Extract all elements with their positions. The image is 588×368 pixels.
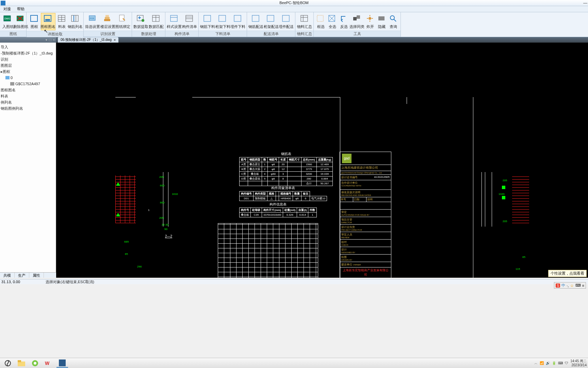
info-table-caption: 构件信息表: [239, 202, 317, 208]
tray-shield-icon[interactable]: 🛡: [565, 361, 568, 365]
tree-node-code[interactable]: G$C1752A497: [1, 81, 55, 87]
svg-point-22: [142, 19, 144, 22]
start-button[interactable]: [2, 359, 14, 368]
frame-button[interactable]: 图框: [28, 13, 41, 30]
tree-node-frame-name[interactable]: 图框图名: [1, 87, 55, 93]
frame-line: [192, 97, 340, 97]
floor-setting-button[interactable]: 楼层设置: [100, 13, 115, 30]
ime-emoji-icon[interactable]: ☺: [570, 283, 574, 288]
ribbon-group-component: 构件清单: [165, 31, 198, 37]
import-drawing-button[interactable]: DWG入图纸: [1, 13, 14, 30]
dimension: 205: [159, 216, 164, 219]
dimension: 85: [125, 252, 128, 256]
svg-rect-26: [170, 15, 177, 21]
filter-setting-button[interactable]: PCB筛选设置: [85, 13, 100, 30]
frame-name-button[interactable]: 图框图名: [41, 13, 55, 30]
rebar-cut-button[interactable]: 钢筋下料: [200, 13, 215, 30]
svg-rect-49: [18, 360, 21, 362]
browser-icon[interactable]: [29, 359, 41, 368]
data-match-button[interactable]: 数据匹配: [149, 13, 164, 30]
svg-rect-28: [186, 15, 193, 21]
wps-icon[interactable]: W: [43, 359, 54, 368]
settings-hint[interactable]: 个性设置，点我看看: [548, 270, 587, 277]
tree-node-import[interactable]: 导入: [1, 44, 55, 50]
explode-button[interactable]: 炸开: [364, 13, 376, 30]
panel-dropdown-icon[interactable]: ▾: [46, 38, 47, 42]
menu-docking[interactable]: 对接: [3, 6, 11, 12]
dimension: 290: [137, 265, 142, 268]
embed-delivery-button[interactable]: 埋件配送: [279, 13, 294, 30]
tree-node-rebar-column[interactable]: 钢筋图例列名: [1, 105, 55, 111]
side-tab-production[interactable]: 生产: [15, 273, 29, 278]
dimension: 85: [522, 256, 525, 259]
select-same-button[interactable]: 选择同类: [350, 13, 365, 30]
tree-node-file[interactable]: -预制楼板详图-2F（1）_t3.dwg: [1, 50, 55, 56]
coordinates: 31.13, 0.00: [1, 280, 46, 284]
material-summary-button[interactable]: 物料汇总: [297, 13, 312, 30]
ime-toolbar[interactable]: S 中 ·, ☺ ⌨ ≡: [554, 282, 586, 289]
minimize-button[interactable]: —: [583, 1, 587, 5]
rebar-column-button[interactable]: 钢筋列名: [68, 13, 82, 30]
tray-battery-icon[interactable]: 🔋: [552, 361, 556, 365]
panel-header[interactable]: ▾ ⬚ ×: [0, 37, 56, 43]
select-all-button[interactable]: 全选: [327, 13, 338, 30]
side-panel-tabs: 共模 生产 属性: [0, 272, 56, 278]
tree-node-count[interactable]: 0: [1, 75, 55, 81]
info-table: 构件信息表 构件号砼等级构件尺寸(mm)砼量(m3)自重(t)件数 叠合板C35…: [239, 202, 317, 217]
svg-rect-17: [104, 19, 110, 21]
ribbon-group-drawing: 图纸: [0, 31, 26, 37]
truss-cut-button[interactable]: 桁架下料: [215, 13, 230, 30]
company-name: 上海杰地建筑设计有限公司: [340, 165, 391, 171]
panel-pin-icon[interactable]: ⬚: [49, 38, 52, 42]
svg-rect-37: [301, 15, 308, 21]
menu-help[interactable]: 帮助: [17, 6, 24, 12]
menu-bar: 对接 帮助: [0, 6, 588, 12]
embed-cut-button[interactable]: 埋件下料: [230, 13, 245, 30]
data-extract-button[interactable]: 数据提取: [133, 13, 149, 30]
invert-select-button[interactable]: 反选: [338, 13, 350, 30]
panel-close-icon[interactable]: ×: [53, 38, 55, 42]
side-tab-common[interactable]: 共模: [0, 273, 15, 278]
tree-node-column[interactable]: 例列名: [1, 99, 55, 105]
side-panel: 导入 -预制楼板详图-2F（1）_t3.dwg 识别 图图层 ▸ 图框 0 G$…: [0, 43, 56, 278]
cad-canvas[interactable]: 钢筋表 筋号钢筋类型数钢筋号长度钢筋尺寸总长(mm)总重量(kg) A类叠合梁主…: [56, 43, 588, 278]
tray-network-icon[interactable]: 📶: [540, 361, 544, 365]
svg-point-44: [369, 17, 371, 20]
document-tab[interactable]: 06-预制楼板详图-2F（1）_t3.dwg ×: [58, 37, 118, 43]
ime-lang[interactable]: 中: [561, 283, 565, 288]
drawing-bind-button[interactable]: 图纸绑定: [115, 13, 130, 30]
ime-brand-icon[interactable]: S: [556, 283, 560, 288]
tree-view[interactable]: 导入 -预制楼板详图-2F（1）_t3.dwg 识别 图图层 ▸ 图框 0 G$…: [0, 43, 56, 113]
rebar-delivery-button[interactable]: 钢筋配送: [248, 13, 263, 30]
component-list-button[interactable]: 构件清单: [182, 13, 197, 30]
material-table-button[interactable]: 料表: [55, 13, 68, 30]
file-icon: [10, 82, 14, 86]
app-taskbar-icon[interactable]: [56, 359, 68, 368]
dimension: 115: [516, 267, 520, 271]
tray-chevron-icon[interactable]: ︿: [534, 361, 538, 366]
svg-rect-20: [119, 15, 124, 21]
ime-keyboard-icon[interactable]: ⌨: [575, 283, 581, 288]
delete-drawing-button[interactable]: 删除图纸: [14, 13, 27, 30]
explorer-icon[interactable]: [16, 359, 27, 368]
tree-node-material[interactable]: 料表: [1, 93, 55, 99]
ime-menu-icon[interactable]: ≡: [582, 283, 584, 288]
svg-rect-19: [105, 15, 109, 17]
frame-line: [407, 97, 407, 104]
query-button[interactable]: 查询: [388, 13, 399, 30]
style-setting-button[interactable]: 样式设置: [167, 13, 182, 30]
document-tab-row: ▾ ⬚ × 06-预制楼板详图-2F（1）_t3.dwg ×: [0, 37, 588, 43]
tree-node-frame[interactable]: ▸ 图框: [1, 68, 55, 75]
side-tab-properties[interactable]: 属性: [29, 273, 44, 278]
tray-volume-icon[interactable]: 🔊: [546, 361, 550, 365]
taskbar-clock[interactable]: 14:45 周二 2023/3/14: [570, 359, 587, 367]
box-select-button[interactable]: 框选: [315, 13, 327, 30]
truss-delivery-button[interactable]: 桁架配送: [263, 13, 278, 30]
tree-node-recognize[interactable]: 识别: [1, 56, 55, 62]
hide-button[interactable]: 隐藏: [376, 13, 388, 30]
ime-punct[interactable]: ·,: [567, 283, 569, 288]
prop-table-caption: 构件用量清单表: [239, 186, 327, 191]
tray-keyboard-icon[interactable]: ⌨: [558, 361, 563, 365]
tree-node-layer[interactable]: 图图层: [1, 62, 55, 68]
document-tab-close[interactable]: ×: [114, 38, 116, 42]
